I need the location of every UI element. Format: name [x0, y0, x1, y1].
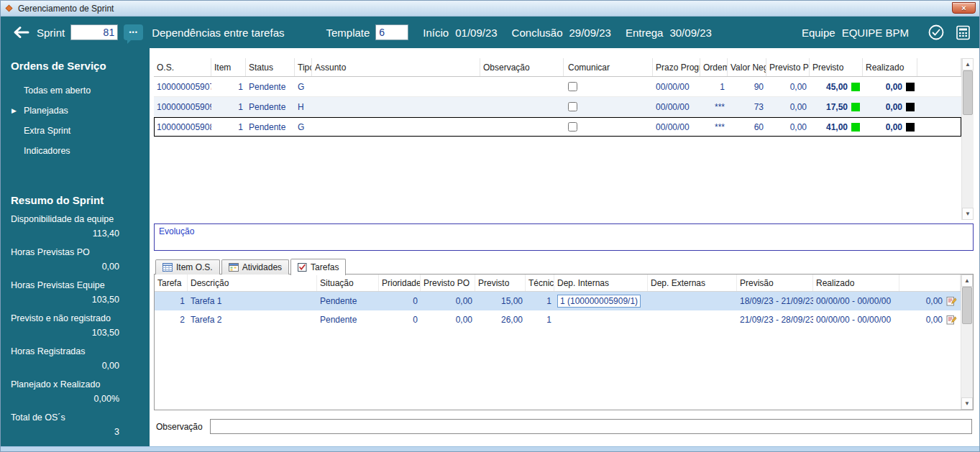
situacao-cell: Pendente [317, 292, 379, 310]
col-header-previsto[interactable]: Previsto [475, 275, 526, 291]
col-header-status[interactable]: Status [246, 58, 295, 76]
tarefas-table-scrollbar[interactable]: ▲ ▼ [961, 275, 973, 410]
comunicar-checkbox[interactable] [568, 102, 577, 111]
app-window: Gerenciamento de Sprint × Sprint ••• Dep… [0, 0, 980, 452]
status-cell: Pendente [246, 117, 295, 137]
item-cell: 1 [211, 97, 246, 116]
col-header-assunto[interactable]: Assunto [312, 58, 480, 76]
col-header-situacao[interactable]: Situação [317, 275, 379, 291]
comments-button[interactable]: ••• [124, 24, 143, 40]
checklist-icon [298, 263, 307, 272]
tarefa-row[interactable]: 2 Tarefa 2 Pendente 0 0,00 26,00 1 21/09… [155, 310, 961, 329]
scroll-up-icon: ▲ [965, 61, 971, 68]
col-header-valor-neg[interactable]: Valor Neg. [728, 58, 766, 76]
dep-internas-edit-cell[interactable]: 1 (100000005909/1) [557, 295, 641, 308]
col-header-prioridade[interactable]: Prioridade [379, 275, 421, 291]
confirm-button[interactable] [928, 24, 945, 41]
scroll-down-button[interactable]: ▼ [962, 208, 974, 220]
col-header-previsto[interactable]: Previsto [810, 58, 863, 76]
previsto-indicator [851, 103, 860, 111]
observacao-cell [480, 117, 564, 137]
col-header-previsto-po[interactable]: Previsto PO [766, 58, 810, 76]
col-header-dep-internas[interactable]: Dep. Internas [554, 275, 648, 291]
stat-value: 0,00 [11, 259, 119, 274]
prioridade-cell: 0 [379, 310, 421, 329]
back-arrow-icon [11, 25, 29, 40]
previsto-po-cell: 0,00 [766, 97, 810, 116]
os-table-scrollbar[interactable]: ▲ ▼ [961, 58, 974, 220]
back-button[interactable] [11, 25, 29, 40]
col-header-tarefa[interactable]: Tarefa [155, 275, 188, 291]
col-header-prazo[interactable]: Prazo Progr. [653, 58, 700, 76]
sidebar-item-label: Planejadas [24, 106, 68, 116]
scroll-thumb[interactable] [963, 70, 973, 115]
tab-label: Tarefas [311, 262, 339, 272]
close-button[interactable]: × [952, 2, 976, 14]
previsto-indicator [851, 123, 860, 132]
tipo-cell: G [295, 117, 312, 137]
sprint-input[interactable] [70, 24, 118, 40]
tipo-cell: H [295, 97, 312, 116]
stat-value: 113,40 [11, 226, 119, 241]
previsto-po-cell: 0,00 [421, 310, 475, 329]
stat-value: 3 [11, 425, 119, 439]
sidebar-item-todas-em-aberto[interactable]: Todas em aberto [1, 80, 150, 101]
col-header-descricao[interactable]: Descrição [188, 275, 317, 291]
stat-planejado-x-realizado: Planejado x Realizado 0,00% [1, 377, 150, 406]
tab-atividades[interactable]: Atividades [221, 259, 289, 275]
col-header-observacao[interactable]: Observação [480, 58, 564, 76]
os-table-row-selected[interactable]: 100000005908 1 Pendente G 00/00/00 *** 6… [154, 117, 961, 137]
tab-tarefas[interactable]: Tarefas [290, 259, 346, 275]
prazo-cell: 00/00/00 [653, 77, 700, 96]
col-header-tipo[interactable]: Tipo [295, 58, 312, 76]
activities-icon [229, 263, 239, 272]
sidebar-item-extra-sprint[interactable]: Extra Sprint [1, 121, 150, 141]
col-header-realizado[interactable]: Realizado [863, 58, 917, 76]
col-header-previsao[interactable]: Previsão [737, 275, 813, 291]
col-header-item[interactable]: Item [211, 58, 246, 76]
close-icon: × [961, 4, 966, 12]
summary-section-title: Resumo do Sprint [11, 194, 150, 206]
scroll-thumb[interactable] [962, 287, 972, 324]
scroll-up-button[interactable]: ▲ [962, 58, 974, 70]
col-header-dep-externas[interactable]: Dep. Externas [648, 275, 737, 291]
realizado-horas-cell: 0,00 [899, 310, 961, 329]
col-header-ordem[interactable]: Ordem [700, 58, 728, 76]
edit-realizado-icon[interactable] [946, 296, 957, 306]
status-cell: Pendente [246, 97, 295, 116]
os-table-row[interactable]: 100000005909 1 Pendente H 00/00/00 *** 7… [154, 97, 961, 117]
tab-item-os[interactable]: Item O.S. [155, 259, 220, 275]
observacao-row: Observação [156, 419, 972, 434]
observacao-cell [480, 97, 564, 116]
calculator-button[interactable] [956, 25, 971, 40]
tecnicos-cell: 1 [526, 292, 554, 310]
item-cell: 1 [211, 117, 246, 137]
col-header-filler [899, 275, 961, 291]
template-input[interactable] [375, 24, 408, 40]
col-header-comunicar[interactable]: Comunicar [564, 58, 653, 76]
os-cell: 100000005908 [154, 117, 211, 137]
grid-icon [162, 263, 173, 272]
observacao-input[interactable] [210, 419, 972, 434]
col-header-realizado[interactable]: Realizado [813, 275, 899, 291]
col-header-tecnicos[interactable]: Técnicos [526, 275, 554, 291]
os-table-row[interactable]: 100000005907 1 Pendente G 00/00/00 1 90 … [154, 77, 961, 97]
scroll-down-button[interactable]: ▼ [961, 397, 973, 410]
col-header-os[interactable]: O.S. [154, 58, 211, 76]
comunicar-checkbox[interactable] [568, 82, 577, 91]
assunto-cell [312, 77, 480, 96]
comunicar-checkbox[interactable] [568, 122, 577, 132]
col-header-previsto-po[interactable]: Previsto PO [421, 275, 475, 291]
scroll-up-button[interactable]: ▲ [961, 275, 973, 287]
sprint-label: Sprint [37, 27, 65, 39]
scroll-track[interactable] [962, 70, 974, 208]
edit-realizado-icon[interactable] [946, 315, 957, 325]
tarefa-row-selected[interactable]: 1 Tarefa 1 Pendente 0 0,00 15,00 1 1 (10… [155, 292, 961, 310]
evolucao-label: Evolução [155, 224, 194, 236]
stat-label: Horas Previstas Equipe [11, 278, 119, 292]
sidebar-item-planejadas[interactable]: ▶ Planejadas [1, 101, 150, 121]
sidebar-item-indicadores[interactable]: Indicadores [1, 141, 150, 161]
realizado-indicator [906, 83, 915, 91]
stat-label: Disponibilidade da equipe [11, 212, 119, 226]
scroll-track[interactable] [961, 287, 973, 397]
